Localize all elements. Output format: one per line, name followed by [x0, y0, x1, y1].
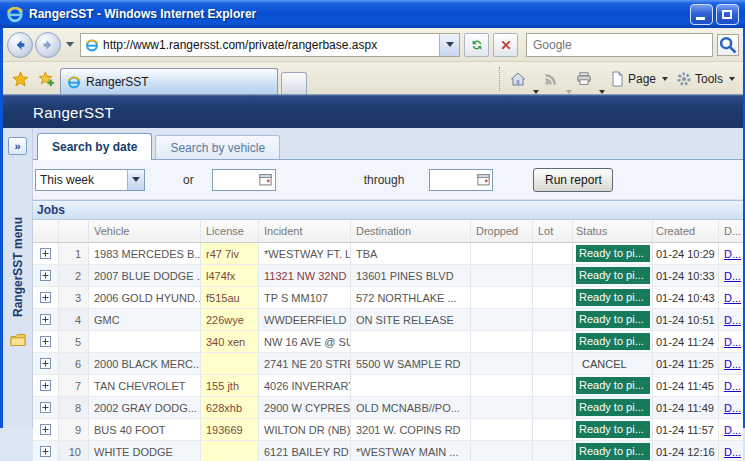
forward-arrow-icon: [41, 38, 55, 52]
feeds-button[interactable]: [540, 67, 562, 91]
status-cell: Ready to pi...: [573, 243, 653, 264]
date-to-calendar-button[interactable]: [474, 170, 492, 190]
refresh-button[interactable]: [464, 33, 489, 57]
print-button[interactable]: [573, 67, 595, 91]
table-row: 10WHITE DODGE6121 BAILEY RD*WESTWAY MAIN…: [33, 441, 743, 461]
url-dropdown-button[interactable]: [439, 34, 459, 56]
add-favorite-button[interactable]: [34, 67, 58, 91]
incident-cell: 6121 BAILEY RD: [259, 441, 351, 461]
col-created[interactable]: Created: [653, 220, 719, 242]
expand-row-icon[interactable]: [40, 314, 51, 325]
maximize-button[interactable]: [716, 4, 739, 25]
col-dropped[interactable]: Dropped: [471, 220, 533, 242]
row-number: 4: [59, 309, 89, 330]
stop-button[interactable]: [493, 33, 518, 57]
home-caret[interactable]: [533, 90, 539, 94]
folder-icon[interactable]: [10, 333, 26, 347]
detail-link[interactable]: D...: [724, 292, 741, 304]
col-destination[interactable]: Destination: [351, 220, 471, 242]
detail-link-cell: D...: [719, 309, 743, 330]
feeds-caret[interactable]: [566, 90, 572, 94]
date-range-select[interactable]: This week: [35, 169, 145, 191]
table-row: 22007 BLUE DODGE ...l474fx11321 NW 32ND …: [33, 265, 743, 287]
col-status[interactable]: Status: [573, 220, 653, 242]
expand-row-icon[interactable]: [40, 336, 51, 347]
dropped-cell: [471, 331, 533, 352]
date-to-field[interactable]: [429, 169, 493, 191]
license-cell: l474fx: [201, 265, 259, 286]
run-report-button[interactable]: Run report: [533, 168, 613, 192]
status-cell: Ready to pi...: [573, 375, 653, 396]
status-badge: Ready to pi...: [576, 421, 650, 438]
web-search-box[interactable]: [526, 33, 713, 57]
date-from-input[interactable]: [213, 174, 257, 186]
favorites-center-button[interactable]: [8, 67, 32, 91]
date-from-calendar-button[interactable]: [257, 170, 275, 190]
date-to-input[interactable]: [430, 174, 474, 186]
detail-link[interactable]: D...: [724, 358, 741, 370]
detail-link[interactable]: D...: [724, 248, 741, 260]
home-button[interactable]: [507, 67, 529, 91]
expand-row-icon[interactable]: [40, 292, 51, 303]
web-search-input[interactable]: [527, 38, 712, 52]
detail-link[interactable]: D...: [724, 314, 741, 326]
print-caret[interactable]: [599, 90, 605, 94]
browser-tab-rangersst[interactable]: RangerSST: [60, 68, 278, 94]
tools-menu-button[interactable]: Tools: [673, 67, 738, 91]
minimize-button[interactable]: [690, 4, 713, 25]
select-dropdown-button[interactable]: [127, 170, 144, 190]
expand-row-icon[interactable]: [40, 270, 51, 281]
col-vehicle[interactable]: Vehicle: [89, 220, 201, 242]
detail-link[interactable]: D...: [724, 402, 741, 414]
tab-search-by-vehicle[interactable]: Search by vehicle: [155, 135, 280, 159]
expand-row-icon[interactable]: [40, 248, 51, 259]
search-go-button[interactable]: [717, 34, 739, 56]
expand-row-icon[interactable]: [40, 358, 51, 369]
col-d[interactable]: D...: [719, 220, 743, 242]
col-license[interactable]: License: [201, 220, 259, 242]
col-lot[interactable]: Lot: [533, 220, 573, 242]
incident-cell: 4026 INVERRARY ...: [259, 375, 351, 396]
expand-row-icon[interactable]: [40, 424, 51, 435]
detail-link[interactable]: D...: [724, 424, 741, 436]
page-menu-button[interactable]: Page: [606, 67, 671, 91]
page-favicon: [85, 38, 99, 52]
url-field[interactable]: [80, 33, 460, 57]
status-badge: Ready to pi...: [576, 399, 650, 416]
col-incident[interactable]: Incident: [259, 220, 351, 242]
detail-link-cell: D...: [719, 287, 743, 308]
date-from-field[interactable]: [212, 169, 276, 191]
browser-tab-bar: RangerSST Page Too: [3, 62, 743, 95]
expand-row-icon[interactable]: [40, 446, 51, 457]
new-tab-button[interactable]: [281, 72, 307, 94]
detail-link[interactable]: D...: [724, 446, 741, 458]
vehicle-cell: 2007 BLUE DODGE ...: [89, 265, 201, 286]
tab-search-by-date[interactable]: Search by date: [37, 133, 152, 160]
expand-row-icon[interactable]: [40, 380, 51, 391]
destination-cell: 3201 W. COPINS RD: [351, 419, 471, 440]
lot-cell: [533, 397, 573, 418]
expand-row-icon[interactable]: [40, 402, 51, 413]
refresh-icon: [470, 38, 484, 52]
expand-cell: [33, 243, 59, 264]
date-range-value: This week: [36, 173, 127, 187]
lot-cell: [533, 309, 573, 330]
created-cell: 01-24 11:49: [653, 397, 719, 418]
incident-cell: NW 16 AVE @ SU...: [259, 331, 351, 352]
expand-cell: [33, 397, 59, 418]
forward-button[interactable]: [35, 32, 61, 58]
calendar-icon: [477, 173, 490, 186]
row-number: 1: [59, 243, 89, 264]
sidebar-menu-label[interactable]: RangerSST menu: [11, 217, 25, 317]
page-menu-label: Page: [628, 72, 656, 86]
back-button[interactable]: [7, 32, 33, 58]
detail-link[interactable]: D...: [724, 380, 741, 392]
detail-link[interactable]: D...: [724, 270, 741, 282]
lot-cell: [533, 243, 573, 264]
expand-menu-button[interactable]: »: [8, 137, 27, 155]
recent-pages-caret[interactable]: [66, 42, 74, 47]
detail-link-cell: D...: [719, 331, 743, 352]
status-cell: Ready to pi...: [573, 331, 653, 352]
detail-link[interactable]: D...: [724, 336, 741, 348]
url-input[interactable]: [103, 38, 439, 52]
